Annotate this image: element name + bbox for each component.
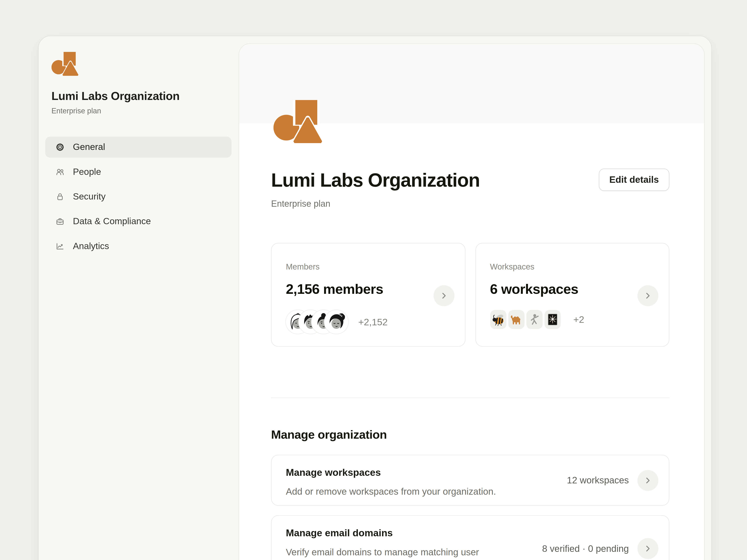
sidebar-item-label: Analytics (73, 241, 109, 251)
sidebar-header: Lumi Labs Organization Enterprise plan (45, 52, 232, 115)
members-card-label: Members (286, 262, 465, 272)
row-meta: 8 verified · 0 pending (542, 516, 659, 560)
main-content: Lumi Labs Organization Edit details Ente… (239, 44, 704, 560)
sidebar: Lumi Labs Organization Enterprise plan G… (38, 36, 239, 560)
org-logo-icon (51, 52, 81, 76)
sidebar-item-people[interactable]: People (45, 161, 232, 182)
workspaces-card-label: Workspaces (490, 262, 669, 272)
people-icon (55, 167, 65, 177)
sidebar-item-label: General (73, 142, 105, 153)
row-description: Verify email domains to manage matching … (286, 546, 552, 558)
members-card[interactable]: Members 2,156 members (271, 243, 465, 347)
page-header: Lumi Labs Organization Edit details (271, 168, 669, 191)
fencer-emoji-icon (526, 310, 542, 329)
sidebar-item-label: Security (73, 191, 106, 202)
trend-chart-icon (55, 241, 65, 251)
lock-icon (55, 192, 65, 202)
row-value: 8 verified · 0 pending (542, 543, 629, 554)
org-logo-large (274, 100, 327, 144)
sidebar-item-label: Data & Compliance (73, 216, 151, 227)
manage-workspaces-row[interactable]: Manage workspaces Add or remove workspac… (271, 455, 669, 506)
sidebar-item-label: People (73, 167, 101, 177)
sidebar-nav: General People (45, 137, 232, 257)
manage-section-heading: Manage organization (271, 428, 669, 442)
chevron-right-icon (643, 544, 653, 553)
row-value: 12 workspaces (567, 475, 629, 486)
avatar-woman-ponytail (325, 310, 348, 334)
sidebar-item-data-compliance[interactable]: Data & Compliance (45, 211, 232, 232)
members-chevron-button[interactable] (433, 285, 454, 306)
members-avatar-row: +2,152 (286, 310, 387, 334)
chevron-right-icon (643, 475, 653, 485)
sidebar-item-analytics[interactable]: Analytics (45, 236, 232, 257)
briefcase-icon (55, 217, 65, 226)
chevron-right-icon (439, 291, 448, 300)
edit-details-button[interactable]: Edit details (599, 168, 669, 191)
plan-subtitle: Enterprise plan (271, 198, 669, 209)
screen: Lumi Labs Organization Enterprise plan G… (0, 0, 747, 560)
app-window: Lumi Labs Organization Enterprise plan G… (38, 36, 712, 560)
workspaces-card[interactable]: Workspaces 6 workspaces (475, 243, 669, 347)
row-description: Add or remove workspaces from your organ… (286, 485, 552, 498)
manage-email-domains-row[interactable]: Manage email domains Verify email domain… (271, 515, 669, 560)
manage-email-domains-chevron-button[interactable] (638, 538, 659, 559)
sidebar-plan-label: Enterprise plan (51, 107, 231, 115)
workspaces-tile-row: +2 (490, 310, 584, 329)
camel-emoji-icon (508, 310, 524, 329)
workspaces-chevron-button[interactable] (638, 285, 659, 306)
sidebar-item-general[interactable]: General (45, 137, 232, 158)
page-title: Lumi Labs Organization (271, 169, 599, 191)
chevron-right-icon (643, 291, 653, 300)
bee-emoji-icon (490, 310, 506, 329)
sparkler-emoji-icon (544, 310, 561, 329)
sidebar-org-name: Lumi Labs Organization (51, 89, 231, 103)
stats-row: Members 2,156 members (271, 243, 669, 347)
main-panel: Lumi Labs Organization Edit details Ente… (239, 43, 704, 560)
manage-workspaces-chevron-button[interactable] (638, 470, 659, 491)
gear-icon (55, 142, 65, 152)
sidebar-item-security[interactable]: Security (45, 186, 232, 207)
workspaces-overflow-count: +2 (573, 314, 584, 325)
row-meta: 12 workspaces (567, 455, 658, 505)
section-divider (271, 398, 669, 398)
members-overflow-count: +2,152 (358, 316, 388, 327)
